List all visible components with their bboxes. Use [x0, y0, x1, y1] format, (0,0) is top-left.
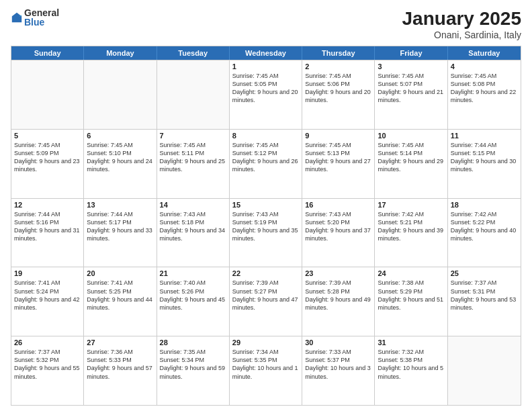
logo-icon — [11, 11, 23, 24]
cal-cell-1-4: 1Sunrise: 7:45 AM Sunset: 5:05 PM Daylig… — [230, 60, 302, 129]
cell-text: Sunrise: 7:45 AM Sunset: 5:08 PM Dayligh… — [451, 72, 518, 105]
cal-cell-1-2 — [84, 60, 157, 129]
cell-text: Sunrise: 7:42 AM Sunset: 5:22 PM Dayligh… — [451, 210, 518, 243]
day-number: 30 — [305, 338, 371, 347]
header-day-sunday: Sunday — [11, 46, 84, 60]
cal-cell-2-4: 8Sunrise: 7:45 AM Sunset: 5:12 PM Daylig… — [230, 130, 302, 198]
calendar-header: SundayMondayTuesdayWednesdayThursdayFrid… — [11, 46, 521, 60]
cell-text: Sunrise: 7:35 AM Sunset: 5:34 PM Dayligh… — [160, 348, 226, 381]
header-day-saturday: Saturday — [448, 46, 521, 60]
day-number: 12 — [14, 201, 81, 209]
day-number: 13 — [87, 201, 153, 209]
cell-text: Sunrise: 7:45 AM Sunset: 5:09 PM Dayligh… — [14, 141, 81, 174]
logo-general: General — [24, 8, 59, 17]
cal-cell-4-4: 22Sunrise: 7:39 AM Sunset: 5:27 PM Dayli… — [230, 267, 302, 336]
cal-cell-5-4: 29Sunrise: 7:34 AM Sunset: 5:35 PM Dayli… — [230, 336, 302, 405]
day-number: 25 — [451, 269, 518, 277]
day-number: 17 — [378, 201, 444, 209]
header: General Blue January 2025 Onani, Sardini… — [11, 8, 521, 40]
cell-text: Sunrise: 7:37 AM Sunset: 5:32 PM Dayligh… — [14, 348, 81, 381]
calendar: SundayMondayTuesdayWednesdayThursdayFrid… — [11, 46, 521, 406]
cell-text: Sunrise: 7:32 AM Sunset: 5:38 PM Dayligh… — [378, 348, 444, 381]
cell-text: Sunrise: 7:45 AM Sunset: 5:07 PM Dayligh… — [378, 72, 444, 105]
cell-text: Sunrise: 7:39 AM Sunset: 5:27 PM Dayligh… — [232, 279, 299, 312]
day-number: 10 — [378, 132, 444, 140]
cal-cell-2-2: 6Sunrise: 7:45 AM Sunset: 5:10 PM Daylig… — [84, 130, 157, 198]
cal-cell-5-3: 28Sunrise: 7:35 AM Sunset: 5:34 PM Dayli… — [157, 336, 230, 405]
cell-text: Sunrise: 7:45 AM Sunset: 5:10 PM Dayligh… — [87, 141, 153, 174]
day-number: 28 — [160, 338, 226, 347]
cell-text: Sunrise: 7:44 AM Sunset: 5:17 PM Dayligh… — [87, 210, 153, 243]
cal-cell-2-1: 5Sunrise: 7:45 AM Sunset: 5:09 PM Daylig… — [11, 130, 84, 198]
day-number: 20 — [87, 269, 153, 277]
month-title: January 2025 — [402, 8, 521, 30]
day-number: 11 — [451, 132, 518, 140]
day-number: 26 — [14, 338, 81, 347]
cal-cell-3-4: 15Sunrise: 7:43 AM Sunset: 5:19 PM Dayli… — [230, 199, 302, 267]
logo-text: General Blue — [24, 8, 59, 27]
cell-text: Sunrise: 7:44 AM Sunset: 5:15 PM Dayligh… — [451, 141, 518, 174]
calendar-row-3: 12Sunrise: 7:44 AM Sunset: 5:16 PM Dayli… — [11, 198, 521, 267]
day-number: 24 — [378, 269, 444, 277]
header-day-wednesday: Wednesday — [230, 46, 302, 60]
cal-cell-4-7: 25Sunrise: 7:37 AM Sunset: 5:31 PM Dayli… — [448, 267, 521, 336]
cell-text: Sunrise: 7:45 AM Sunset: 5:14 PM Dayligh… — [378, 141, 444, 174]
cal-cell-4-6: 24Sunrise: 7:38 AM Sunset: 5:29 PM Dayli… — [375, 267, 447, 336]
day-number: 23 — [305, 269, 371, 277]
calendar-row-4: 19Sunrise: 7:41 AM Sunset: 5:24 PM Dayli… — [11, 267, 521, 336]
day-number: 1 — [232, 62, 299, 71]
day-number: 7 — [160, 132, 226, 140]
day-number: 6 — [87, 132, 153, 140]
page: General Blue January 2025 Onani, Sardini… — [0, 0, 532, 411]
cell-text: Sunrise: 7:40 AM Sunset: 5:26 PM Dayligh… — [160, 279, 226, 312]
cal-cell-3-2: 13Sunrise: 7:44 AM Sunset: 5:17 PM Dayli… — [84, 199, 157, 267]
cell-text: Sunrise: 7:44 AM Sunset: 5:16 PM Dayligh… — [14, 210, 81, 243]
location-subtitle: Onani, Sardinia, Italy — [402, 30, 521, 40]
cal-cell-5-1: 26Sunrise: 7:37 AM Sunset: 5:32 PM Dayli… — [11, 336, 84, 405]
cell-text: Sunrise: 7:45 AM Sunset: 5:12 PM Dayligh… — [232, 141, 299, 174]
day-number: 9 — [305, 132, 371, 140]
day-number: 5 — [14, 132, 81, 140]
cell-text: Sunrise: 7:45 AM Sunset: 5:06 PM Dayligh… — [305, 72, 371, 105]
cell-text: Sunrise: 7:38 AM Sunset: 5:29 PM Dayligh… — [378, 279, 444, 312]
day-number: 31 — [378, 338, 444, 347]
cal-cell-3-5: 16Sunrise: 7:43 AM Sunset: 5:20 PM Dayli… — [302, 199, 375, 267]
cal-cell-3-7: 18Sunrise: 7:42 AM Sunset: 5:22 PM Dayli… — [448, 199, 521, 267]
cell-text: Sunrise: 7:41 AM Sunset: 5:24 PM Dayligh… — [14, 279, 81, 312]
cell-text: Sunrise: 7:45 AM Sunset: 5:05 PM Dayligh… — [232, 72, 299, 105]
cell-text: Sunrise: 7:43 AM Sunset: 5:18 PM Dayligh… — [160, 210, 226, 243]
cal-cell-5-7 — [448, 336, 521, 405]
cal-cell-4-1: 19Sunrise: 7:41 AM Sunset: 5:24 PM Dayli… — [11, 267, 84, 336]
day-number: 15 — [232, 201, 299, 209]
calendar-row-5: 26Sunrise: 7:37 AM Sunset: 5:32 PM Dayli… — [11, 336, 521, 405]
cal-cell-2-6: 10Sunrise: 7:45 AM Sunset: 5:14 PM Dayli… — [375, 130, 447, 198]
cal-cell-1-6: 3Sunrise: 7:45 AM Sunset: 5:07 PM Daylig… — [375, 60, 447, 129]
cell-text: Sunrise: 7:41 AM Sunset: 5:25 PM Dayligh… — [87, 279, 153, 312]
day-number: 3 — [378, 62, 444, 71]
cell-text: Sunrise: 7:33 AM Sunset: 5:37 PM Dayligh… — [305, 348, 371, 381]
cal-cell-1-3 — [157, 60, 230, 129]
day-number: 21 — [160, 269, 226, 277]
cal-cell-5-2: 27Sunrise: 7:36 AM Sunset: 5:33 PM Dayli… — [84, 336, 157, 405]
logo-blue: Blue — [24, 17, 59, 27]
cal-cell-1-7: 4Sunrise: 7:45 AM Sunset: 5:08 PM Daylig… — [448, 60, 521, 129]
cal-cell-4-2: 20Sunrise: 7:41 AM Sunset: 5:25 PM Dayli… — [84, 267, 157, 336]
cal-cell-5-5: 30Sunrise: 7:33 AM Sunset: 5:37 PM Dayli… — [302, 336, 375, 405]
cell-text: Sunrise: 7:45 AM Sunset: 5:11 PM Dayligh… — [160, 141, 226, 174]
cell-text: Sunrise: 7:37 AM Sunset: 5:31 PM Dayligh… — [451, 279, 518, 312]
calendar-row-1: 1Sunrise: 7:45 AM Sunset: 5:05 PM Daylig… — [11, 60, 521, 129]
cell-text: Sunrise: 7:34 AM Sunset: 5:35 PM Dayligh… — [232, 348, 299, 381]
logo: General Blue — [11, 8, 59, 27]
cal-cell-3-3: 14Sunrise: 7:43 AM Sunset: 5:18 PM Dayli… — [157, 199, 230, 267]
cal-cell-1-1 — [11, 60, 84, 129]
cal-cell-4-3: 21Sunrise: 7:40 AM Sunset: 5:26 PM Dayli… — [157, 267, 230, 336]
header-day-monday: Monday — [84, 46, 157, 60]
day-number: 29 — [232, 338, 299, 347]
cal-cell-3-1: 12Sunrise: 7:44 AM Sunset: 5:16 PM Dayli… — [11, 199, 84, 267]
day-number: 22 — [232, 269, 299, 277]
cell-text: Sunrise: 7:36 AM Sunset: 5:33 PM Dayligh… — [87, 348, 153, 381]
header-day-friday: Friday — [375, 46, 447, 60]
cal-cell-2-7: 11Sunrise: 7:44 AM Sunset: 5:15 PM Dayli… — [448, 130, 521, 198]
header-day-thursday: Thursday — [302, 46, 375, 60]
cell-text: Sunrise: 7:42 AM Sunset: 5:21 PM Dayligh… — [378, 210, 444, 243]
